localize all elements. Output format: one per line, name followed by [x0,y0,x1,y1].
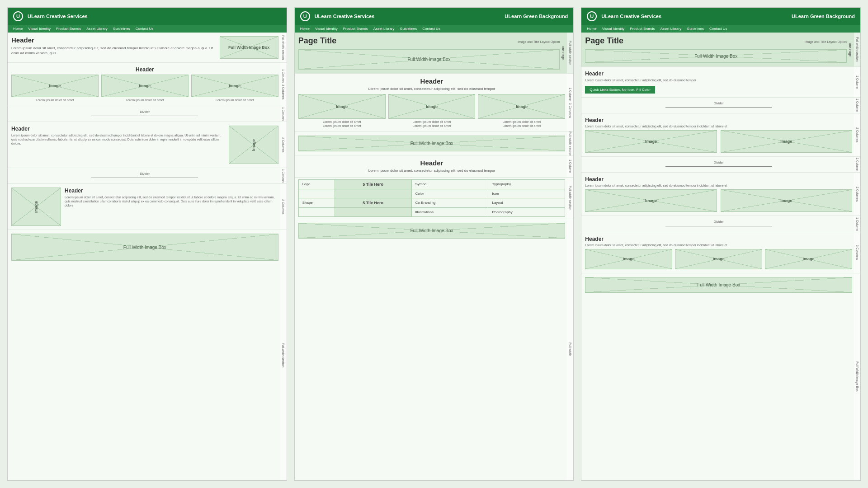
p3-h3-4: Header [585,236,852,242]
s1-text: Lorem ipsum dolor sit amet, consectetur … [11,46,216,56]
tile-row-1: Logo 5 Tile Hero Symbol Typography [299,180,565,189]
title-page-label: Title Page [560,33,566,73]
p3-divider-line3 [665,226,772,226]
divider2-label: Divider [11,172,278,176]
nav2-guidelines[interactable]: Guidelines [400,27,417,31]
s2-header: Header [11,66,278,73]
nav2-asset[interactable]: Asset Library [373,27,395,31]
s6-image: Image [11,188,61,226]
nav3-visual[interactable]: Visual Identity [602,27,625,31]
p2-full-img: Full Width Image Box [298,49,560,70]
nav-product[interactable]: Product Brands [56,27,81,31]
panel-1: U ULearn Creative Services Home Visual I… [7,7,287,481]
nav3-guidelines[interactable]: Guidelines [687,27,704,31]
s4-text-col: Header Lorem ipsum dolor sit amet, conse… [11,126,225,164]
p2-header1col: Header Lorem ipsum dolor sit amet, conse… [295,155,574,177]
s6-text: Lorem ipsum dolor sit amet, consectetur … [65,195,278,207]
tile-hero-grid: Logo 5 Tile Hero Symbol Typography Color… [298,179,566,217]
p2-full-img2: Full Width Image Box [298,136,566,151]
nav3-home[interactable]: Home [587,27,596,31]
p3-img3a: Image [585,249,672,269]
nav-contact[interactable]: Contact Us [136,27,154,31]
tile-hero1: 5 Tile Hero [335,180,412,189]
tile-shape: Shape [299,198,335,207]
tile-hero2b [335,208,412,216]
p3-2col-1: Header Lorem ipsum dolor sit amet, conse… [581,113,860,157]
s4-img-label: Image [251,139,256,151]
s1-header: Header [11,36,216,44]
s6-header: Header [65,188,278,194]
p3-3col: Header Lorem ipsum dolor sit amet, conse… [581,232,860,273]
panel3-page-title: ULearn Green Background [792,14,855,19]
p2-h2-2: Header [298,159,566,167]
p3-h3-3: Header [585,176,852,183]
tile-color: Color [412,189,489,198]
p2-img3: Image [478,94,565,119]
brand-name-2: ULearn Creative Services [315,14,375,19]
panel1-content: Header Lorem ipsum dolor sit amet, conse… [8,33,287,480]
tile-hero2: 5 Tile Hero [335,198,412,207]
tile-hero1b [335,189,412,198]
s6-text-col: Header Lorem ipsum dolor sit amet, conse… [65,188,278,226]
p3-page-title: Page Title [585,36,623,46]
section-3col: Header Image Lorem ipsum dolor sit amet … [8,63,287,106]
nav2-product[interactable]: Product Brands [343,27,368,31]
panel1-header: U ULearn Creative Services [8,8,287,25]
s4-grid: Header Lorem ipsum dolor sit amet, conse… [11,126,278,164]
panel-3: U ULearn Creative Services ULearn Green … [581,7,861,481]
brand-name: ULearn Creative Services [28,14,88,19]
p2-col3: Image Lorem ipsum dolor sit ametLorem ip… [478,94,565,128]
quick-links-button[interactable]: Quick Links Button, No Icon, Fill Color [585,86,655,94]
nav2-home[interactable]: Home [300,27,310,31]
panel1-nav: Home Visual Identity Product Brands Asse… [8,25,287,33]
p2-image-title-label: Image and Title Layout Option [518,40,560,44]
nav3-product[interactable]: Product Brands [630,27,655,31]
s1-image: Full Width Image Box [220,36,278,59]
tile-logo: Logo [299,180,335,189]
tile-row-2: Color Icon [299,189,565,198]
panel2-nav: Home Visual Identity Product Brands Asse… [295,25,574,33]
p2-full-img3: Full Width Image Box [298,223,566,239]
p3-2col-2: Header Lorem ipsum dolor sit amet, conse… [581,173,860,216]
section-2col-text-img: Header Lorem ipsum dolor sit amet, conse… [8,122,287,168]
fullwidth-label: Full Width Image Box [123,245,166,250]
p3-full-img: Full Width Image Box [585,49,847,63]
panel3-nav: Home Visual Identity Product Brands Asse… [581,25,860,33]
nav-home[interactable]: Home [13,27,23,31]
p2-fullwidth: Full Width Image Box Full-width section [295,132,574,155]
s4-header: Header [11,126,225,132]
nav2-contact[interactable]: Contact Us [422,27,440,31]
p3-divider-line2 [665,166,772,167]
col-item-1: Image Lorem ipsum dolor sit amet [11,75,99,102]
tile-empty1 [299,189,335,198]
p3-text2: Lorem ipsum dolor sit amet, consectetur … [585,124,852,128]
nav3-asset[interactable]: Asset Library [660,27,682,31]
tile-icon: Icon [488,189,565,198]
panel2-page-title: ULearn Green Background [505,14,568,19]
p2-col2: Image Lorem ipsum dolor sit ametLorem ip… [388,94,476,128]
section-header-image: Header Lorem ipsum dolor sit amet, conse… [8,33,287,63]
p2-h2: Header [298,77,566,85]
p2-img2: Image [388,94,476,119]
p3-2col-grid1: Image Image [585,130,852,153]
p3-text4: Lorem ipsum dolor sit amet, consectetur … [585,243,852,247]
s4-text: Lorem ipsum dolor sit amet, consectetur … [11,133,225,145]
nav2-visual[interactable]: Visual Identity [315,27,338,31]
nav-guidelines[interactable]: Guidelines [113,27,130,31]
p2-img1: Image [298,94,386,119]
nav-visual[interactable]: Visual Identity [28,27,51,31]
nav3-contact[interactable]: Contact Us [709,27,727,31]
p3-divider-line1 [665,107,772,108]
p3-2col-grid2: Image Image [585,189,852,212]
divider2-line [91,178,198,178]
s2-grid: Image Lorem ipsum dolor sit amet Image L… [11,75,278,102]
col-img-1: Image [11,75,99,97]
nav-asset[interactable]: Asset Library [86,27,108,31]
p3-img3c: Image [765,249,852,269]
logo-circle-2: U [300,11,310,21]
p2-3col: Image Lorem ipsum dolor sit ametLorem ip… [298,94,566,128]
tile-row-4: Illustrations Photography [299,208,565,216]
col-img-2: Image [101,75,189,97]
p2-title-section: Page Title Image and Title Layout Option… [295,33,574,74]
s2-right-label: 1 Column 3 Columns [280,63,287,106]
